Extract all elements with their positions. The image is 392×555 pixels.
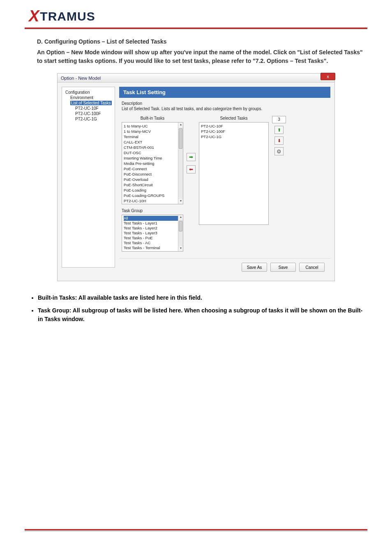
list-item[interactable]: Test Tasks - AC: [124, 240, 181, 245]
list-item[interactable]: 1 to Many-UC: [124, 123, 181, 129]
arrow-right-icon: ➡: [189, 154, 193, 160]
list-item[interactable]: PT2-UC-10H: [124, 198, 181, 204]
builtin-tasks-label: Built-in Tasks: [141, 116, 165, 120]
list-item[interactable]: PoE-Connect: [124, 166, 181, 171]
tree-pt2-uc-10f[interactable]: PT2-UC-10F: [64, 106, 113, 111]
window-titlebar: Option - New Model x: [58, 74, 334, 83]
add-task-button[interactable]: ➡: [187, 153, 196, 161]
bullet-section: Built-in Tasks: All available tasks are …: [0, 281, 392, 324]
section-heading: D. Configuring Options – List of Selecte…: [37, 37, 363, 46]
header: X TRAMUS: [0, 0, 392, 25]
footer-rule-red: [25, 529, 367, 530]
configure-task-button[interactable]: ⚙: [274, 147, 284, 155]
scroll-down-icon[interactable]: ▾: [178, 246, 183, 251]
panel-title: Task List Setting: [119, 87, 330, 98]
arrow-left-icon: ⬅: [189, 166, 193, 172]
tree-configuration[interactable]: Configuration: [64, 90, 113, 95]
task-group-label: Task Group: [122, 208, 183, 213]
scroll-down-icon[interactable]: ▾: [178, 199, 183, 204]
section-intro: D. Configuring Options – List of Selecte…: [0, 29, 392, 66]
move-up-button[interactable]: ⬆: [274, 126, 284, 134]
description-text: List of Selected Task. Lists all test ta…: [122, 106, 328, 111]
list-item[interactable]: DUT-OSC: [124, 150, 181, 155]
close-button[interactable]: x: [321, 73, 335, 80]
arrow-up-icon: ⬆: [277, 127, 281, 133]
logo-text: TRAMUS: [40, 9, 95, 23]
scrollbar[interactable]: ▴ ▾: [178, 123, 183, 204]
list-item[interactable]: Test Tasks - Layer2: [124, 226, 181, 231]
section-paragraph: An Option – New Mode window will show up…: [37, 48, 363, 66]
move-down-button[interactable]: ⬇: [274, 136, 284, 145]
list-item[interactable]: PoE-Loading-GROUPS: [124, 193, 181, 198]
arrow-down-icon: ⬇: [277, 138, 281, 143]
scroll-up-icon[interactable]: ▴: [178, 123, 183, 127]
list-item[interactable]: Test Tasks - PoE: [124, 236, 181, 240]
scroll-thumb[interactable]: [179, 221, 182, 231]
bullet-builtin: Built-in Tasks: All available tasks are …: [38, 294, 363, 302]
window-title: Option - New Model: [61, 76, 101, 81]
list-item[interactable]: Test Tasks - Layer1: [124, 221, 181, 226]
list-item[interactable]: Inserting Waiting Time: [124, 155, 181, 161]
scroll-up-icon[interactable]: ▴: [178, 215, 183, 220]
tree-pt2-uc-1g[interactable]: PT2-UC-1G: [64, 116, 113, 122]
list-item[interactable]: Terminal: [124, 134, 181, 139]
gear-icon: ⚙: [277, 148, 281, 155]
description-label: Description: [122, 101, 328, 106]
bullet-taskgroup: Task Group: All subgroup of tasks will b…: [38, 306, 363, 324]
selected-tasks-list[interactable]: PT2-UC-10FPT2-UC-100FPT2-UC-1G: [199, 122, 269, 225]
list-item[interactable]: PoE-ShortCircuit: [124, 182, 181, 187]
list-item[interactable]: 1 to Many-MCV: [124, 129, 181, 134]
list-item[interactable]: PT2-UC-100F: [201, 129, 267, 134]
save-button[interactable]: Save: [270, 263, 296, 272]
logo: X TRAMUS: [29, 7, 392, 25]
list-item[interactable]: PoE-Disconnect: [124, 171, 181, 177]
list-item[interactable]: Test Tasks - Terminal: [124, 245, 181, 250]
tree-list-selected-tasks[interactable]: List of Selected Tasks: [64, 100, 113, 106]
list-item[interactable]: Media Pre-setting: [124, 161, 181, 166]
list-item[interactable]: PoE-Loading: [124, 187, 181, 193]
tree-environment[interactable]: Environment: [64, 95, 113, 100]
screenshot-window: Option - New Model x Configuration Envir…: [57, 73, 335, 281]
remove-task-button[interactable]: ⬅: [187, 165, 196, 173]
nav-tree[interactable]: Configuration Environment List of Select…: [62, 87, 115, 268]
footer-rule-thin: [25, 531, 367, 531]
tree-selected-label: List of Selected Tasks: [70, 101, 112, 105]
builtin-tasks-list[interactable]: 1 to Many-UC1 to Many-MCVTerminalCALL-EX…: [122, 122, 183, 204]
list-item[interactable]: CALL-EXT: [124, 139, 181, 145]
list-item[interactable]: PT2-UC-10F: [201, 123, 267, 129]
list-item[interactable]: PT2-UC-10F: [124, 204, 181, 204]
tree-pt2-uc-100f[interactable]: PT2-UC-100F: [64, 111, 113, 116]
list-item[interactable]: All: [124, 216, 181, 221]
list-item[interactable]: Test Tasks - Layer3: [124, 231, 181, 236]
selected-tasks-label: Selected Tasks: [220, 116, 247, 120]
list-item[interactable]: CTM-BSTAR-001: [124, 145, 181, 150]
save-as-button[interactable]: Save As: [242, 263, 267, 272]
cancel-button[interactable]: Cancel: [299, 263, 325, 272]
list-item[interactable]: PoE-Overload: [124, 177, 181, 182]
list-item[interactable]: PT2-UC-1G: [201, 134, 267, 139]
selected-count: 3: [272, 116, 286, 123]
scroll-thumb[interactable]: [179, 128, 182, 149]
logo-x: X: [29, 7, 39, 25]
scrollbar[interactable]: ▴ ▾: [178, 215, 183, 251]
task-group-list[interactable]: AllTest Tasks - Layer1Test Tasks - Layer…: [122, 215, 183, 252]
